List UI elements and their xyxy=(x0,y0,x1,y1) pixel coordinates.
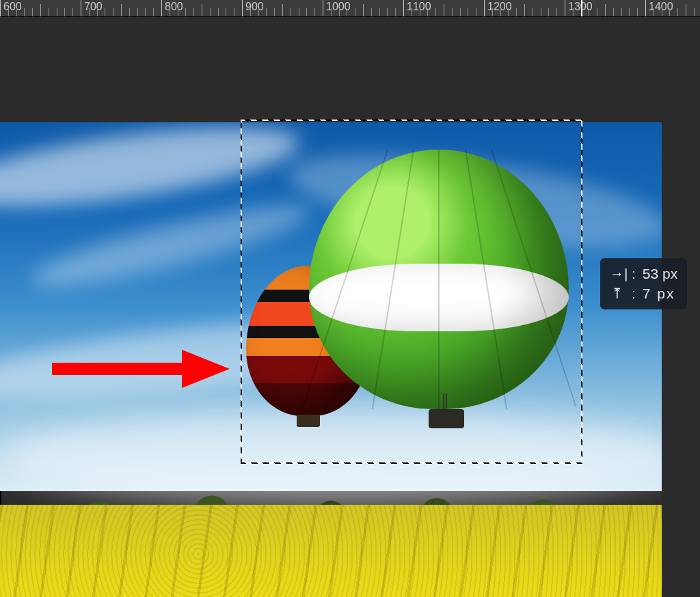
ruler-minor-tick xyxy=(258,8,259,16)
ruler-minor-tick xyxy=(597,8,597,16)
ruler-minor-tick xyxy=(291,8,291,16)
horizontal-ruler[interactable]: 60070080090010001100120013001400 xyxy=(0,0,700,17)
ruler-minor-tick xyxy=(460,8,461,16)
ruler-major-tick: 1100 xyxy=(403,0,404,16)
ruler-minor-tick xyxy=(72,8,73,16)
ruler-label: 600 xyxy=(3,1,22,13)
ruler-minor-tick xyxy=(24,8,25,16)
svg-marker-1 xyxy=(182,350,230,388)
ruler-minor-tick xyxy=(694,8,695,16)
ruler-minor-tick xyxy=(299,8,299,16)
ruler-minor-tick xyxy=(395,8,396,16)
ruler-label: 800 xyxy=(165,1,183,13)
ruler-minor-tick xyxy=(153,8,154,16)
ruler-minor-tick xyxy=(556,8,557,16)
rapeseed-field xyxy=(0,505,662,597)
ruler-minor-tick xyxy=(548,8,549,16)
ruler-mid-tick xyxy=(686,4,686,16)
ruler-minor-tick xyxy=(508,8,509,16)
ruler-minor-tick xyxy=(185,8,186,16)
tooltip-x-value: 53 px xyxy=(643,264,677,283)
ruler-minor-tick xyxy=(32,8,33,16)
svg-rect-0 xyxy=(52,363,182,375)
ruler-mid-tick xyxy=(121,4,122,16)
ruler-minor-tick xyxy=(129,8,130,16)
ruler-minor-tick xyxy=(64,8,65,16)
ruler-minor-tick xyxy=(355,8,355,16)
ruler-minor-tick xyxy=(113,8,113,16)
ruler-minor-tick xyxy=(8,8,9,16)
ruler-minor-tick xyxy=(387,8,388,16)
ruler-minor-tick xyxy=(452,8,453,16)
ruler-minor-tick xyxy=(492,8,493,16)
ruler-mid-tick xyxy=(40,4,41,16)
ruler-mid-tick xyxy=(524,4,525,16)
ruler-minor-tick xyxy=(178,8,178,16)
width-icon: →| xyxy=(610,264,625,283)
ruler-mid-tick xyxy=(363,4,364,16)
ruler-major-tick: 1000 xyxy=(323,0,323,16)
ruler-major-tick: 700 xyxy=(81,0,81,16)
coordinate-tooltip: →| : 53 px ⤒ : 7 px xyxy=(600,258,687,309)
tooltip-x-sep: : xyxy=(632,264,636,283)
workbench: →| : 53 px ⤒ : 7 px xyxy=(0,16,700,597)
ruler-minor-tick xyxy=(347,8,347,16)
ruler-minor-tick xyxy=(435,8,436,16)
ruler-minor-tick xyxy=(669,8,670,16)
ruler-major-tick: 800 xyxy=(161,0,162,16)
ruler-minor-tick xyxy=(677,8,678,16)
height-icon: ⤒ xyxy=(610,283,625,303)
ruler-minor-tick xyxy=(427,8,428,16)
ruler-cursor-icon xyxy=(581,0,582,16)
ruler-minor-tick xyxy=(218,8,219,16)
ruler-minor-tick xyxy=(193,8,194,16)
ruler-minor-tick xyxy=(274,8,275,16)
ruler-mid-tick xyxy=(282,4,283,16)
ruler-minor-tick xyxy=(49,8,49,16)
ruler-minor-tick xyxy=(541,8,541,16)
ruler-minor-tick xyxy=(306,8,307,16)
ruler-minor-tick xyxy=(589,8,589,16)
ruler-minor-tick xyxy=(476,8,476,16)
ruler-minor-tick xyxy=(170,8,170,16)
ruler-mid-tick xyxy=(202,4,202,16)
ruler-minor-tick xyxy=(412,8,412,16)
ruler-minor-tick xyxy=(621,8,622,16)
ruler-label: 700 xyxy=(84,1,103,13)
ruler-minor-tick xyxy=(266,8,267,16)
ruler-minor-tick xyxy=(371,8,372,16)
ruler-minor-tick xyxy=(226,8,226,16)
ruler-minor-tick xyxy=(573,8,574,16)
ruler-minor-tick xyxy=(629,8,630,16)
ruler-major-tick: 600 xyxy=(0,0,1,16)
ruler-minor-tick xyxy=(314,8,315,16)
tooltip-y-value: 7 px xyxy=(643,283,675,303)
ruler-minor-tick xyxy=(516,8,517,16)
ruler-minor-tick xyxy=(637,8,638,16)
tooltip-y-sep: : xyxy=(632,283,636,303)
ruler-minor-tick xyxy=(468,8,468,16)
ruler-minor-tick xyxy=(137,8,138,16)
ruler-minor-tick xyxy=(662,8,662,16)
ruler-minor-tick xyxy=(57,8,57,16)
ruler-minor-tick xyxy=(420,8,420,16)
ruler-minor-tick xyxy=(105,8,105,16)
ruler-mid-tick xyxy=(444,4,444,16)
ruler-major-tick: 900 xyxy=(242,0,243,16)
ruler-minor-tick xyxy=(16,8,17,16)
ruler-minor-tick xyxy=(97,8,98,16)
ruler-minor-tick xyxy=(533,8,533,16)
ruler-minor-tick xyxy=(331,8,332,16)
ruler-major-tick: 1300 xyxy=(565,0,565,16)
ruler-minor-tick xyxy=(339,8,340,16)
ruler-label: 900 xyxy=(245,1,264,13)
ruler-minor-tick xyxy=(250,8,251,16)
annotation-arrow-icon xyxy=(52,350,230,388)
ruler-minor-tick xyxy=(145,8,146,16)
ruler-minor-tick xyxy=(89,8,90,16)
ruler-minor-tick xyxy=(654,8,654,16)
selection-marquee[interactable] xyxy=(241,120,582,464)
ruler-minor-tick xyxy=(500,8,501,16)
ruler-minor-tick xyxy=(379,8,380,16)
ruler-minor-tick xyxy=(234,8,234,16)
